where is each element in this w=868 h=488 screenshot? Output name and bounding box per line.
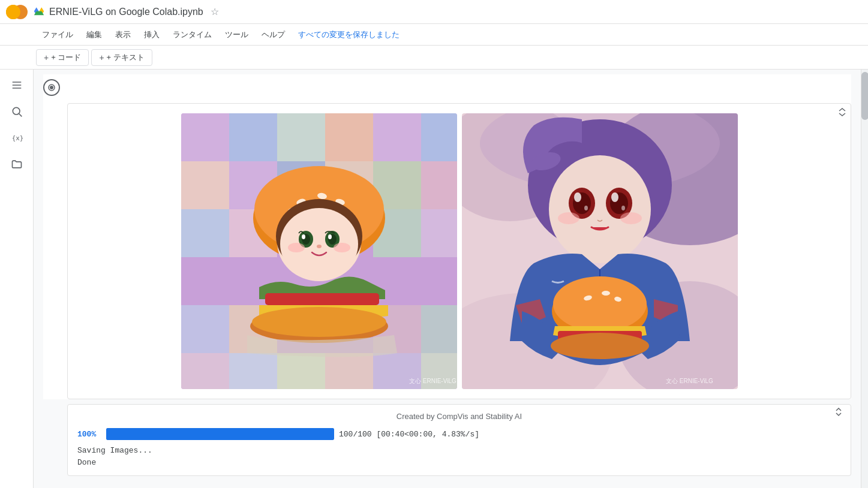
svg-rect-14	[277, 113, 325, 161]
star-icon[interactable]: ☆	[211, 6, 219, 17]
svg-rect-33	[229, 353, 277, 389]
menu-view[interactable]: 表示	[109, 27, 137, 43]
svg-rect-28	[181, 305, 229, 353]
variable-sidebar-icon[interactable]: {x}	[6, 127, 28, 149]
progress-percent: 100%	[77, 430, 101, 439]
progress-bar-container	[106, 428, 334, 440]
svg-rect-15	[325, 113, 373, 161]
svg-rect-31	[421, 305, 457, 353]
sidebar: {x}	[0, 70, 34, 488]
svg-point-82	[558, 212, 579, 224]
svg-point-53	[328, 234, 332, 239]
svg-point-87	[602, 291, 610, 296]
svg-rect-32	[181, 353, 229, 389]
collapse-output-button[interactable]	[836, 106, 848, 118]
add-text-button[interactable]: + + テキスト	[91, 49, 152, 66]
menu-runtime[interactable]: ランタイム	[167, 27, 218, 43]
images-container: 文心 ERNIE-ViLG	[77, 113, 841, 389]
menu-help[interactable]: ヘルプ	[256, 27, 291, 43]
save-status: すべての変更を保存しました	[292, 27, 406, 43]
svg-text:文心 ERNIE-ViLG: 文心 ERNIE-ViLG	[666, 378, 713, 384]
svg-point-90	[551, 333, 649, 359]
svg-point-10	[50, 86, 53, 89]
svg-point-6	[13, 107, 20, 115]
svg-point-55	[334, 243, 350, 252]
colab-logo	[5, 0, 29, 24]
svg-point-73	[549, 155, 651, 263]
run-button[interactable]	[43, 79, 60, 96]
svg-point-85	[553, 276, 647, 332]
svg-line-7	[19, 114, 22, 117]
generated-image-2: 文心 ERNIE-ViLG	[462, 113, 738, 389]
svg-point-59	[252, 307, 386, 337]
generated-image-1: 文心 ERNIE-ViLG	[181, 113, 457, 389]
main-content[interactable]: 文心 ERNIE-ViLG	[34, 70, 861, 488]
svg-rect-17	[421, 113, 457, 161]
svg-rect-24	[181, 209, 229, 257]
svg-point-56	[317, 245, 322, 248]
folder-sidebar-icon[interactable]	[6, 153, 28, 175]
add-code-button[interactable]: + + コード	[36, 49, 89, 66]
svg-rect-57	[265, 293, 379, 305]
svg-point-80	[584, 206, 588, 210]
drive-icon	[34, 7, 44, 17]
menu-file[interactable]: ファイル	[36, 27, 79, 43]
svg-rect-4	[12, 85, 21, 86]
svg-point-81	[621, 206, 625, 210]
svg-point-52	[302, 234, 305, 239]
menu-edit[interactable]: 編集	[80, 27, 108, 43]
svg-rect-5	[12, 88, 21, 89]
svg-rect-34	[277, 353, 325, 389]
top-bar: ERNIE-ViLG on Google Colab.ipynb ☆	[0, 0, 868, 24]
svg-rect-35	[325, 353, 373, 389]
notebook-title: ERNIE-ViLG on Google Colab.ipynb	[49, 7, 203, 17]
menu-bar: ファイル 編集 表示 挿入 ランタイム ツール ヘルプ すべての変更を保存しまし…	[0, 24, 868, 46]
menu-insert[interactable]: 挿入	[138, 27, 166, 43]
created-by-text: Created by CompVis and Stability AI	[77, 412, 841, 421]
progress-bar-fill	[106, 428, 334, 440]
svg-rect-18	[181, 161, 229, 209]
svg-point-83	[620, 212, 642, 224]
svg-text:{x}: {x}	[11, 134, 22, 142]
menu-tools[interactable]: ツール	[219, 27, 254, 43]
menu-sidebar-icon[interactable]	[6, 74, 28, 96]
svg-rect-12	[181, 113, 229, 161]
svg-point-54	[288, 243, 305, 252]
svg-text:文心 ERNIE-ViLG: 文心 ERNIE-ViLG	[409, 378, 456, 384]
svg-point-79	[611, 192, 618, 202]
scrollbar[interactable]	[861, 70, 868, 488]
svg-point-78	[574, 192, 581, 202]
output-expand-button[interactable]	[834, 407, 843, 418]
svg-rect-23	[421, 161, 457, 209]
saving-images-text: Saving Images... Done	[77, 445, 841, 468]
svg-rect-27	[421, 209, 457, 257]
toolbar: + + コード + + テキスト	[0, 46, 868, 70]
svg-rect-16	[373, 113, 421, 161]
svg-rect-3	[12, 82, 21, 83]
main-layout: {x}	[0, 70, 868, 488]
progress-info: 100/100 [00:40<00:00, 4.83%/s]	[339, 430, 479, 439]
svg-point-2	[6, 5, 20, 19]
progress-row: 100% 100/100 [00:40<00:00, 4.83%/s]	[77, 428, 841, 440]
svg-rect-13	[229, 113, 277, 161]
search-sidebar-icon[interactable]	[6, 101, 28, 122]
cell-output-block: 文心 ERNIE-ViLG	[43, 74, 851, 399]
